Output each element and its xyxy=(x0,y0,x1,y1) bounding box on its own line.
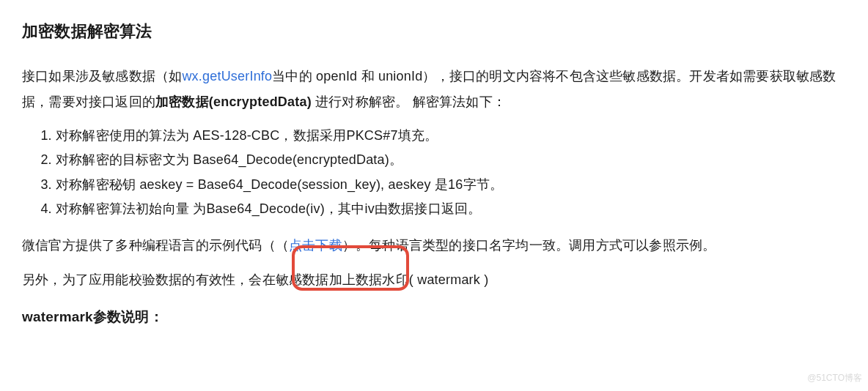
bold-encrypted-data: 加密数据(encryptedData) xyxy=(155,94,312,109)
watermark-params-title: watermark参数说明： xyxy=(22,303,846,330)
list-item: 对称解密使用的算法为 AES-128-CBC，数据采用PKCS#7填充。 xyxy=(56,124,846,148)
list-item: 对称解密秘钥 aeskey = Base64_Decode(session_ke… xyxy=(56,173,846,197)
download-paragraph: 微信官方提供了多种编程语言的示例代码（（点击下载）。每种语言类型的接口名字均一致… xyxy=(22,233,846,258)
text-segment: 进行对称解密。 解密算法如下： xyxy=(312,94,506,109)
list-item: 对称解密的目标密文为 Base64_Decode(encryptedData)。 xyxy=(56,148,846,172)
section-title: 加密数据解密算法 xyxy=(22,21,846,43)
page-watermark: @51CTO博客 xyxy=(807,370,862,387)
text-segment: 微信官方提供了多种编程语言的示例代码（（ xyxy=(22,238,289,253)
list-item: 对称解密算法初始向量 为Base64_Decode(iv)，其中iv由数据接口返… xyxy=(56,197,846,221)
watermark-paragraph: 另外，为了应用能校验数据的有效性，会在敏感数据加上数据水印( watermark… xyxy=(22,267,846,293)
text-segment: 接口如果涉及敏感数据（如 xyxy=(22,69,182,83)
download-link[interactable]: 点击下载 xyxy=(289,238,342,253)
text-segment: ）。每种语言类型的接口名字均一致。调用方式可以参照示例。 xyxy=(342,238,716,253)
intro-paragraph: 接口如果涉及敏感数据（如wx.getUserInfo当中的 openId 和 u… xyxy=(22,64,846,115)
api-link-getuserinfo[interactable]: wx.getUserInfo xyxy=(182,69,272,83)
steps-list: 对称解密使用的算法为 AES-128-CBC，数据采用PKCS#7填充。 对称解… xyxy=(56,124,846,221)
